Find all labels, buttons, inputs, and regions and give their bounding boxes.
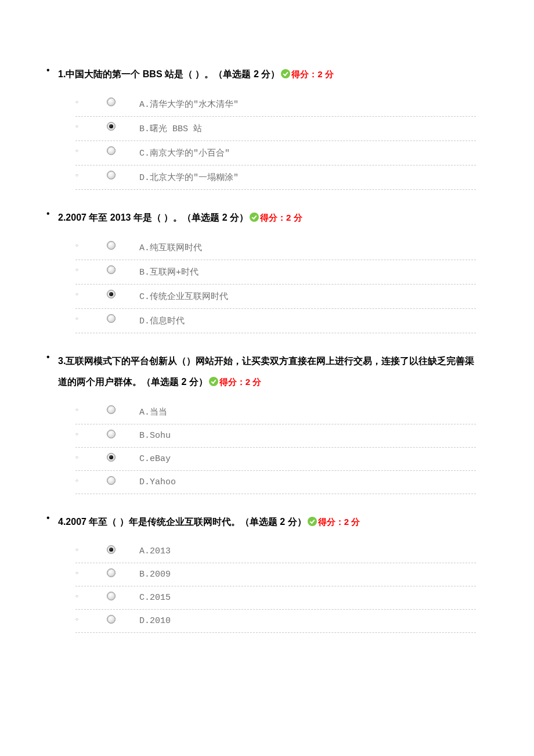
option-text: B.曙光 BBS 站 bbox=[139, 124, 202, 134]
option[interactable]: D.信息时代 bbox=[75, 309, 476, 333]
check-icon bbox=[281, 69, 290, 78]
radio-button[interactable] bbox=[107, 405, 116, 414]
question-number: 2. bbox=[58, 213, 66, 222]
score-label: 得分：2 分 bbox=[219, 377, 262, 387]
option-text: A.2013 bbox=[139, 546, 171, 556]
radio-button[interactable] bbox=[107, 453, 116, 462]
question: 3.互联网模式下的平台创新从（）网站开始，让买卖双方直接在网上进行交易，连接了以… bbox=[58, 351, 476, 494]
question-text: 1.中国大陆的第一个 BBS 站是（ ）。（单选题 2 分）得分：2 分 bbox=[58, 64, 476, 84]
question-text: 2.2007 年至 2013 年是（ ）。（单选题 2 分）得分：2 分 bbox=[58, 207, 476, 228]
question-number: 1. bbox=[58, 69, 66, 79]
option-text: D.Yahoo bbox=[139, 477, 176, 487]
option-text: D.信息时代 bbox=[139, 316, 185, 326]
option-list: A.当当B.SohuC.eBayD.Yahoo bbox=[58, 400, 476, 494]
option[interactable]: D.Yahoo bbox=[75, 471, 476, 494]
radio-button[interactable] bbox=[107, 265, 116, 274]
radio-button[interactable] bbox=[107, 290, 116, 298]
question: 1.中国大陆的第一个 BBS 站是（ ）。（单选题 2 分）得分：2 分A.清华… bbox=[58, 64, 476, 190]
question-body: 中国大陆的第一个 BBS 站是（ ）。（单选题 2 分） bbox=[66, 69, 280, 79]
option-text: C.2015 bbox=[139, 593, 171, 603]
option-text: C.南京大学的"小百合" bbox=[139, 149, 230, 159]
radio-button[interactable] bbox=[107, 241, 116, 250]
option-text: B.Sohu bbox=[139, 431, 171, 441]
radio-button[interactable] bbox=[107, 545, 116, 554]
question-number: 4. bbox=[58, 517, 66, 527]
option-text: A.清华大学的"水木清华" bbox=[139, 100, 239, 110]
question-text: 4.2007 年至（ ）年是传统企业互联网时代。（单选题 2 分）得分：2 分 bbox=[58, 512, 476, 532]
option-list: A.纯互联网时代B.互联网+时代C.传统企业互联网时代D.信息时代 bbox=[58, 236, 476, 333]
radio-button[interactable] bbox=[107, 146, 116, 155]
option[interactable]: A.2013 bbox=[75, 540, 476, 563]
option-text: C.传统企业互联网时代 bbox=[139, 292, 228, 302]
option[interactable]: B.2009 bbox=[75, 563, 476, 586]
question: 4.2007 年至（ ）年是传统企业互联网时代。（单选题 2 分）得分：2 分A… bbox=[58, 512, 476, 633]
radio-button[interactable] bbox=[107, 98, 116, 106]
option[interactable]: B.曙光 BBS 站 bbox=[75, 117, 476, 141]
quiz-list: 1.中国大陆的第一个 BBS 站是（ ）。（单选题 2 分）得分：2 分A.清华… bbox=[58, 64, 476, 633]
option[interactable]: D.北京大学的"一塌糊涂" bbox=[75, 165, 476, 190]
option[interactable]: B.Sohu bbox=[75, 424, 476, 448]
option-list: A.清华大学的"水木清华"B.曙光 BBS 站C.南京大学的"小百合"D.北京大… bbox=[58, 92, 476, 190]
radio-button[interactable] bbox=[107, 171, 116, 179]
option[interactable]: C.eBay bbox=[75, 448, 476, 471]
option-text: B.互联网+时代 bbox=[139, 268, 199, 278]
check-icon bbox=[308, 517, 317, 526]
check-icon bbox=[250, 213, 259, 222]
option[interactable]: C.南京大学的"小百合" bbox=[75, 141, 476, 165]
option-list: A.2013B.2009C.2015D.2010 bbox=[58, 540, 476, 633]
option[interactable]: D.2010 bbox=[75, 610, 476, 633]
option-text: D.2010 bbox=[139, 616, 171, 626]
score-label: 得分：2 分 bbox=[291, 69, 334, 79]
option-text: D.北京大学的"一塌糊涂" bbox=[139, 173, 239, 183]
option[interactable]: C.2015 bbox=[75, 586, 476, 610]
radio-button[interactable] bbox=[107, 314, 116, 323]
question-number: 3. bbox=[58, 356, 66, 366]
option-text: A.当当 bbox=[139, 408, 167, 417]
radio-button[interactable] bbox=[107, 568, 116, 577]
score-label: 得分：2 分 bbox=[318, 517, 360, 527]
option-text: B.2009 bbox=[139, 570, 171, 579]
option[interactable]: A.当当 bbox=[75, 400, 476, 424]
question-body: 互联网模式下的平台创新从（）网站开始，让买卖双方直接在网上进行交易，连接了以往缺… bbox=[58, 356, 474, 386]
radio-button[interactable] bbox=[107, 615, 116, 624]
radio-button[interactable] bbox=[107, 122, 116, 131]
option-text: A.纯互联网时代 bbox=[139, 243, 202, 253]
radio-button[interactable] bbox=[107, 476, 116, 485]
question: 2.2007 年至 2013 年是（ ）。（单选题 2 分）得分：2 分A.纯互… bbox=[58, 207, 476, 333]
radio-button[interactable] bbox=[107, 430, 116, 438]
radio-button[interactable] bbox=[107, 592, 116, 600]
question-body: 2007 年至（ ）年是传统企业互联网时代。（单选题 2 分） bbox=[66, 517, 306, 527]
score-label: 得分：2 分 bbox=[260, 213, 302, 222]
option[interactable]: A.纯互联网时代 bbox=[75, 236, 476, 260]
question-text: 3.互联网模式下的平台创新从（）网站开始，让买卖双方直接在网上进行交易，连接了以… bbox=[58, 351, 476, 391]
option[interactable]: C.传统企业互联网时代 bbox=[75, 285, 476, 309]
check-icon bbox=[209, 377, 218, 386]
question-body: 2007 年至 2013 年是（ ）。（单选题 2 分） bbox=[66, 213, 248, 222]
option[interactable]: A.清华大学的"水木清华" bbox=[75, 92, 476, 117]
option[interactable]: B.互联网+时代 bbox=[75, 260, 476, 285]
option-text: C.eBay bbox=[139, 454, 171, 464]
